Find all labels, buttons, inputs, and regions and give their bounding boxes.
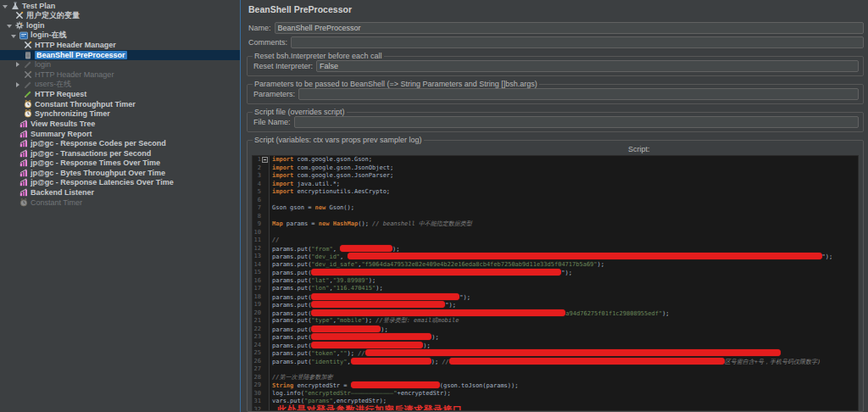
line-number: 16 bbox=[253, 277, 269, 286]
fold-marker-icon[interactable] bbox=[262, 157, 268, 163]
tree-node-jpgc-transactions-per-second[interactable]: jp@gc - Transactions per Second bbox=[0, 148, 240, 159]
tree-node-backend-listener[interactable]: Backend Listener bbox=[0, 187, 240, 198]
code-segment: Map bbox=[272, 220, 283, 227]
tree-node-label: jp@gc - Bytes Throughput Over Time bbox=[31, 169, 165, 177]
chart-icon bbox=[19, 169, 28, 177]
tree-node-http-request[interactable]: HTTP Request bbox=[0, 89, 240, 99]
tree-node-jpgc-response-times-over-time[interactable]: jp@gc - Response Times Over Time bbox=[0, 159, 240, 169]
gear-icon bbox=[15, 21, 24, 30]
tree-node-sampler-login[interactable]: login bbox=[0, 60, 240, 70]
file-name-field[interactable] bbox=[294, 116, 859, 128]
cross-icon bbox=[24, 70, 32, 79]
expander-open-icon[interactable] bbox=[6, 21, 13, 30]
code-line-24: params.put(); bbox=[272, 342, 858, 350]
tree-node-jpgc-bytes-throughput-over-time[interactable]: jp@gc - Bytes Throughput Over Time bbox=[0, 168, 240, 178]
code-line-22: params.put(); bbox=[272, 326, 858, 334]
tree-node-constant-throughput-timer[interactable]: Constant Throughput Timer bbox=[0, 99, 240, 109]
line-number: 3 bbox=[253, 172, 269, 181]
script-label: Script: bbox=[628, 145, 859, 153]
tree-node-jpgc-response-codes-per-second[interactable]: jp@gc - Response Codes per Second bbox=[0, 138, 240, 148]
line-number: 1 bbox=[253, 156, 269, 164]
expander-open-icon[interactable] bbox=[10, 31, 17, 40]
parameters-group-title: Parameters to be passed to BeanShell (=>… bbox=[253, 80, 539, 88]
code-segment: ); bbox=[348, 350, 359, 357]
code-segment: "); bbox=[445, 302, 456, 309]
tree-node-beanshell-preprocessor[interactable]: BeanShell PreProcessor bbox=[0, 50, 240, 60]
line-number: 11 bbox=[253, 237, 269, 245]
line-number: 12 bbox=[253, 245, 269, 253]
code-line-14: params.put("dev_id_safe","f5064da479532e… bbox=[272, 261, 858, 270]
tree-node-synchronizing-timer[interactable]: Synchronizing Timer bbox=[0, 109, 240, 120]
code-line-4: import java.util.*; bbox=[272, 181, 858, 189]
tree-node-http-header-manager-2[interactable]: HTTP Header Manager bbox=[0, 70, 240, 80]
redaction-scribble bbox=[311, 342, 423, 348]
expander-closed-icon[interactable] bbox=[14, 60, 21, 69]
clock-icon bbox=[19, 198, 28, 207]
line-number: 21 bbox=[253, 317, 269, 326]
code-segment: "dev_id_safe" bbox=[311, 261, 358, 268]
tree-node-thread-group-login[interactable]: login bbox=[0, 20, 240, 31]
code-line-6 bbox=[272, 197, 858, 205]
code-line-30: log.info("encryptedStr————————————"+encr… bbox=[272, 390, 858, 398]
tree-node-label: login-在线 bbox=[31, 30, 67, 41]
tree-node-label: login bbox=[35, 60, 51, 69]
test-plan-tree[interactable]: Test Plan用户定义的变量loginlogin-在线HTTP Header… bbox=[0, 0, 241, 412]
code-segment: params.put( bbox=[272, 294, 311, 301]
name-label: Name: bbox=[248, 24, 271, 32]
redaction-scribble bbox=[351, 381, 440, 388]
code-line-5: import encryptionutils.AesCrypto; bbox=[272, 188, 858, 197]
code-segment: params.put( bbox=[272, 277, 311, 284]
tree-node-label: Constant Timer bbox=[31, 198, 82, 207]
script-code-area[interactable]: import com.google.gson.Gson;import com.g… bbox=[270, 156, 858, 410]
code-segment: ); bbox=[431, 359, 442, 365]
tree-node-label: jp@gc - Response Codes per Second bbox=[31, 139, 166, 148]
code-segment: , bbox=[340, 253, 347, 260]
code-segment: new bbox=[315, 204, 326, 211]
tree-node-label: HTTP Header Manager bbox=[35, 41, 116, 49]
comments-field[interactable] bbox=[291, 36, 864, 48]
line-number: 6 bbox=[253, 197, 269, 205]
code-line-27 bbox=[272, 365, 858, 374]
code-segment: params.put( bbox=[272, 326, 311, 333]
line-number: 2 bbox=[253, 164, 269, 173]
tree-node-summary-report[interactable]: Summary Report bbox=[0, 129, 240, 139]
chart-icon bbox=[19, 120, 28, 128]
chart-icon bbox=[19, 188, 28, 197]
reset-interpreter-field[interactable] bbox=[316, 60, 859, 72]
code-segment: "lat" bbox=[311, 277, 329, 284]
tree-node-users-online[interactable]: users-在线 bbox=[0, 80, 240, 90]
code-segment: encryptionutils.AesCrypto; bbox=[293, 188, 390, 195]
code-segment: import bbox=[272, 156, 293, 163]
code-line-7: Gson gson = new Gson(); bbox=[272, 204, 858, 213]
reset-interpreter-label: Reset Interpreter: bbox=[253, 62, 313, 70]
pencil-gray-icon bbox=[24, 60, 32, 69]
redaction-scribble bbox=[365, 349, 781, 356]
code-segment: ); bbox=[381, 326, 387, 333]
parameters-field[interactable] bbox=[298, 88, 859, 100]
code-segment: 区号需自含+号，手机号码仅限数字) bbox=[725, 359, 821, 365]
name-field[interactable] bbox=[275, 22, 864, 34]
tree-node-login-online[interactable]: login-在线 bbox=[0, 31, 240, 41]
line-number: 19 bbox=[253, 301, 269, 309]
code-line-12: params.put("from", ); bbox=[272, 245, 858, 253]
code-segment: "); bbox=[459, 294, 470, 301]
code-segment: params = bbox=[283, 220, 319, 227]
script-editor[interactable]: 1234567891011121314151617181920212223242… bbox=[252, 155, 859, 411]
tree-node-http-header-manager-1[interactable]: HTTP Header Manager bbox=[0, 40, 240, 50]
code-segment: params.put( bbox=[272, 261, 311, 268]
tree-node-constant-timer[interactable]: Constant Timer bbox=[0, 198, 240, 208]
line-number: 7 bbox=[253, 204, 269, 213]
code-segment: Gson(); bbox=[326, 204, 354, 211]
tree-node-test-plan[interactable]: Test Plan bbox=[0, 1, 240, 11]
code-segment: , bbox=[348, 359, 351, 365]
code-segment: "type" bbox=[311, 317, 332, 324]
tree-node-view-results-tree[interactable]: View Results Tree bbox=[0, 119, 240, 129]
code-segment: params.put( bbox=[272, 253, 311, 260]
tree-node-jpgc-response-latencies-over-time[interactable]: jp@gc - Response Latencies Over Time bbox=[0, 178, 240, 188]
tree-node-user-defined-variables[interactable]: 用户定义的变量 bbox=[0, 11, 240, 21]
chart-icon bbox=[19, 149, 28, 158]
code-line-29: String encryptedStr = (gson.toJson(param… bbox=[272, 381, 858, 390]
expander-open-icon[interactable] bbox=[2, 2, 8, 10]
expander-closed-icon[interactable] bbox=[14, 81, 21, 89]
code-segment: ); bbox=[431, 334, 438, 341]
